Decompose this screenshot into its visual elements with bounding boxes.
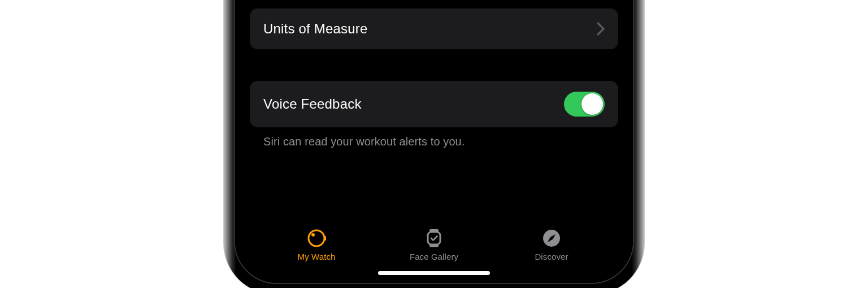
svg-point-1 [311, 233, 315, 237]
section-spacer [250, 49, 618, 81]
watch-icon [305, 227, 328, 250]
tab-label: Discover [535, 252, 568, 261]
tab-label: My Watch [298, 252, 336, 261]
svg-rect-5 [428, 232, 440, 244]
voice-feedback-label: Voice Feedback [263, 96, 362, 112]
toggle-knob [581, 93, 603, 115]
svg-point-0 [309, 230, 324, 246]
tab-label: Face Gallery [410, 252, 458, 261]
watch-face-icon [423, 227, 445, 250]
units-label: Units of Measure [263, 21, 368, 37]
svg-rect-2 [324, 236, 326, 240]
home-indicator[interactable] [378, 271, 490, 275]
tab-discover[interactable]: Discover [509, 227, 594, 261]
tab-face-gallery[interactable]: Face Gallery [392, 227, 476, 261]
voice-feedback-footer: Siri can read your workout alerts to you… [250, 127, 618, 148]
phone-frame: Units of Measure Voice Feedback Siri can… [224, 0, 644, 288]
voice-feedback-row: Voice Feedback [250, 81, 618, 127]
compass-icon [540, 227, 563, 250]
voice-feedback-toggle[interactable] [564, 92, 605, 117]
tab-my-watch[interactable]: My Watch [274, 227, 359, 261]
phone-inner: Units of Measure Voice Feedback Siri can… [234, 0, 634, 284]
units-of-measure-row[interactable]: Units of Measure [250, 8, 618, 49]
app-screen: Units of Measure Voice Feedback Siri can… [235, 0, 633, 283]
chevron-right-icon [597, 22, 605, 36]
